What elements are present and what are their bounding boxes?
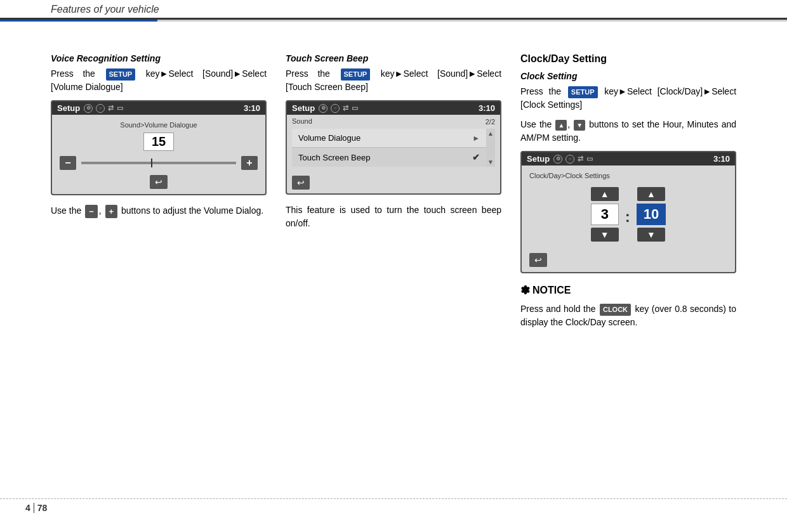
setup-badge-3: SETUP: [568, 86, 598, 98]
screen-clock-title: Setup: [527, 154, 550, 164]
screen-volume-time: 3:10: [244, 103, 260, 113]
menu-list: Volume Dialogue ► Touch Screen Beep ✔: [292, 129, 486, 167]
up-arrow-label: ▲: [555, 120, 567, 131]
slider-minus-btn[interactable]: −: [60, 156, 76, 170]
screen-clock-body: Clock/Day>Clock Settings ▲ 3 ▼ : ▲ 10 ▼: [522, 165, 735, 272]
col-clock: Clock/Day Setting Clock Setting Press th…: [520, 53, 736, 335]
screen-clock-header: Setup ⚙ ○ ⇄ ▭ 3:10: [522, 152, 735, 165]
clock-hour-col: ▲ 3 ▼: [591, 187, 619, 242]
clock-badge: CLOCK: [600, 304, 631, 316]
scroll-up-arrow[interactable]: ▲: [487, 130, 494, 137]
screen-volume: Setup ⚙ ○ ⇄ ▭ 3:10 Sound>Volume Dialogue…: [51, 100, 267, 195]
down-arrow-label: ▼: [574, 120, 585, 131]
screen-icon-antenna6: ▭: [586, 155, 593, 163]
clock-display: ▲ 3 ▼ : ▲ 10 ▼: [591, 187, 666, 242]
screen-volume-body: Sound>Volume Dialogue 15 − + ↩: [52, 115, 265, 194]
clock-setting-para2: Use the ▲, ▼ buttons to set the Hour, Mi…: [520, 118, 736, 145]
screen-volume-subtitle: Sound>Volume Dialogue: [120, 121, 197, 129]
screen-icon-circle3: ○: [565, 155, 574, 164]
clock-colon: :: [625, 208, 630, 226]
scroll-down-arrow[interactable]: ▼: [487, 159, 494, 165]
screen-clock-time: 3:10: [713, 154, 730, 164]
screen-page-num: 2/2: [486, 118, 495, 126]
screen-icon-antenna5: ⇄: [578, 155, 583, 163]
voice-recognition-para2: Use the −, + buttons to adjust the Volum…: [51, 204, 267, 218]
page-footer: 4 78: [0, 498, 787, 513]
screen-volume-header: Setup ⚙ ○ ⇄ ▭ 3:10: [52, 101, 265, 115]
screen-clock: Setup ⚙ ○ ⇄ ▭ 3:10 Clock/Day>Clock Setti…: [520, 151, 736, 273]
screen-icon-circle: ○: [96, 104, 105, 113]
screen-icon-circle2: ○: [331, 104, 340, 113]
col-voice-recognition: Voice Recognition Setting Press the SETU…: [51, 53, 286, 335]
plus-button-label: +: [105, 205, 118, 219]
screen-icon-antenna4: ▭: [352, 104, 358, 112]
back-button-1[interactable]: ↩: [150, 175, 168, 189]
notice-title: ✽ NOTICE: [520, 283, 736, 297]
menu-arrow-1: ►: [472, 134, 480, 143]
screen-menu-time: 3:10: [479, 103, 495, 113]
screen-clock-subtitle: Clock/Day>Clock Settings: [529, 172, 610, 179]
touch-beep-title: Touch Screen Beep: [286, 53, 501, 63]
page-num: 78: [37, 503, 48, 513]
minus-button-label: −: [85, 205, 98, 219]
screen-volume-title: Setup: [57, 103, 80, 113]
setup-badge-2: SETUP: [341, 68, 371, 81]
screen-menu-title: Setup: [292, 103, 315, 113]
setup-badge-1: SETUP: [106, 68, 136, 81]
page-number: 4 78: [25, 503, 47, 513]
clock-day-title: Clock/Day Setting: [520, 53, 736, 65]
clock-minutes-value: 10: [637, 204, 666, 225]
back-button-2[interactable]: ↩: [292, 176, 310, 190]
menu-list-container: Volume Dialogue ► Touch Screen Beep ✔ ▲ …: [292, 129, 495, 167]
page-header: Features of your vehicle: [0, 0, 787, 20]
menu-item-touchbeep[interactable]: Touch Screen Beep ✔: [292, 148, 486, 167]
menu-item-volume[interactable]: Volume Dialogue ►: [292, 129, 486, 148]
header-divider: [0, 20, 787, 22]
clock-minutes-col: ▲ 10 ▼: [637, 187, 666, 242]
clock-setting-subtitle: Clock Setting: [520, 71, 736, 81]
scroll-bar: ▲ ▼: [486, 129, 495, 167]
slider-thumb: [151, 159, 152, 167]
screen-icon-antenna2: ▭: [117, 104, 123, 112]
voice-recognition-para1: Press the SETUP key►Select [Sound]►Selec…: [51, 67, 267, 94]
screen-icon-settings: ⚙: [84, 104, 93, 113]
notice-body: Press and hold the CLOCK key (over 0.8 s…: [520, 302, 736, 329]
page-separator: [34, 503, 34, 513]
notice-star: ✽: [520, 283, 530, 297]
clock-hour-up[interactable]: ▲: [591, 187, 619, 201]
slider-track: [81, 162, 236, 164]
clock-minutes-down[interactable]: ▼: [637, 228, 665, 242]
screen-icon-antenna1: ⇄: [108, 104, 114, 112]
slider-row: − +: [60, 156, 258, 170]
back-button-3[interactable]: ↩: [529, 253, 547, 267]
screen-icon-settings3: ⚙: [553, 155, 562, 164]
voice-recognition-title: Voice Recognition Setting: [51, 53, 267, 63]
screen-menu: Setup ⚙ ○ ⇄ ▭ 3:10 Sound 2/2: [286, 100, 501, 195]
page-prefix: 4: [25, 503, 30, 513]
screen-menu-header: Setup ⚙ ○ ⇄ ▭ 3:10: [287, 101, 500, 115]
content-area: Voice Recognition Setting Press the SETU…: [0, 34, 787, 354]
slider-plus-btn[interactable]: +: [241, 156, 258, 170]
volume-value: 15: [143, 133, 174, 151]
screen-menu-subtitle: Sound: [292, 117, 312, 125]
clock-hour-value: 3: [591, 204, 619, 225]
clock-setting-para1: Press the SETUP key►Select [Clock/Day]►S…: [520, 85, 736, 112]
notice-section: ✽ NOTICE Press and hold the CLOCK key (o…: [520, 283, 736, 329]
screen-icon-antenna3: ⇄: [343, 104, 348, 112]
touch-beep-para1: Press the SETUP key►Select [Sound]►Selec…: [286, 67, 501, 94]
clock-minutes-up[interactable]: ▲: [637, 187, 665, 201]
clock-hour-down[interactable]: ▼: [591, 228, 619, 242]
touch-beep-para2: This feature is used to turn the touch s…: [286, 204, 501, 230]
col-touch-beep: Touch Screen Beep Press the SETUP key►Se…: [286, 53, 520, 335]
screen-icon-settings2: ⚙: [319, 104, 327, 113]
menu-check-1: ✔: [472, 152, 480, 162]
page-title: Features of your vehicle: [51, 4, 736, 15]
notice-label: NOTICE: [532, 285, 571, 296]
